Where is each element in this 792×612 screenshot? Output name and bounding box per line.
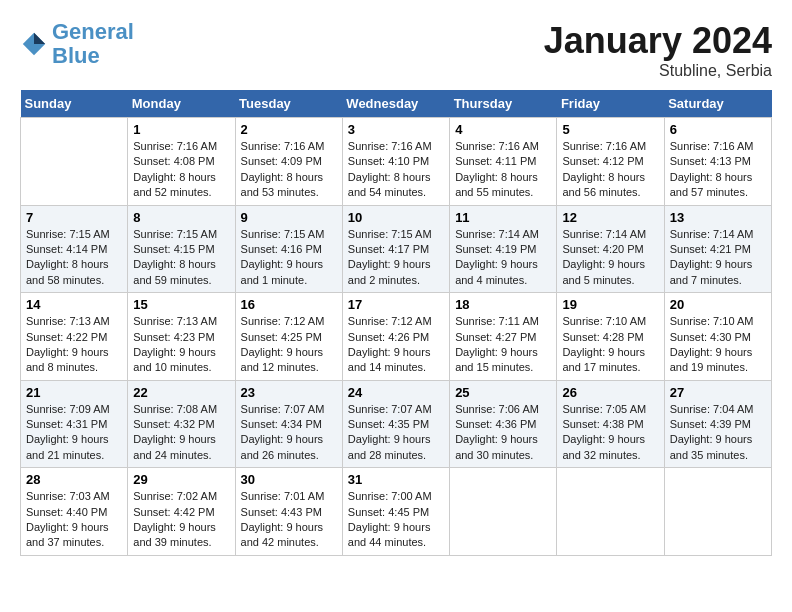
day-info: Sunrise: 7:07 AM Sunset: 4:34 PM Dayligh… (241, 402, 337, 464)
calendar-cell: 19Sunrise: 7:10 AM Sunset: 4:28 PM Dayli… (557, 293, 664, 381)
day-number: 11 (455, 210, 551, 225)
weekday-header-wednesday: Wednesday (342, 90, 449, 118)
day-info: Sunrise: 7:03 AM Sunset: 4:40 PM Dayligh… (26, 489, 122, 551)
day-info: Sunrise: 7:12 AM Sunset: 4:26 PM Dayligh… (348, 314, 444, 376)
day-number: 18 (455, 297, 551, 312)
day-info: Sunrise: 7:14 AM Sunset: 4:19 PM Dayligh… (455, 227, 551, 289)
page-header: General Blue January 2024 Stubline, Serb… (20, 20, 772, 80)
day-info: Sunrise: 7:12 AM Sunset: 4:25 PM Dayligh… (241, 314, 337, 376)
calendar-cell: 14Sunrise: 7:13 AM Sunset: 4:22 PM Dayli… (21, 293, 128, 381)
calendar-cell: 8Sunrise: 7:15 AM Sunset: 4:15 PM Daylig… (128, 205, 235, 293)
weekday-header-row: SundayMondayTuesdayWednesdayThursdayFrid… (21, 90, 772, 118)
svg-marker-1 (34, 33, 45, 44)
calendar-week-row: 21Sunrise: 7:09 AM Sunset: 4:31 PM Dayli… (21, 380, 772, 468)
calendar-cell: 27Sunrise: 7:04 AM Sunset: 4:39 PM Dayli… (664, 380, 771, 468)
calendar-cell: 28Sunrise: 7:03 AM Sunset: 4:40 PM Dayli… (21, 468, 128, 556)
calendar-cell: 9Sunrise: 7:15 AM Sunset: 4:16 PM Daylig… (235, 205, 342, 293)
day-number: 24 (348, 385, 444, 400)
month-title: January 2024 (544, 20, 772, 62)
day-info: Sunrise: 7:16 AM Sunset: 4:13 PM Dayligh… (670, 139, 766, 201)
calendar-cell: 22Sunrise: 7:08 AM Sunset: 4:32 PM Dayli… (128, 380, 235, 468)
day-info: Sunrise: 7:15 AM Sunset: 4:15 PM Dayligh… (133, 227, 229, 289)
title-block: January 2024 Stubline, Serbia (544, 20, 772, 80)
day-number: 27 (670, 385, 766, 400)
day-info: Sunrise: 7:10 AM Sunset: 4:30 PM Dayligh… (670, 314, 766, 376)
day-info: Sunrise: 7:05 AM Sunset: 4:38 PM Dayligh… (562, 402, 658, 464)
day-number: 25 (455, 385, 551, 400)
day-number: 2 (241, 122, 337, 137)
calendar-cell: 15Sunrise: 7:13 AM Sunset: 4:23 PM Dayli… (128, 293, 235, 381)
day-info: Sunrise: 7:16 AM Sunset: 4:09 PM Dayligh… (241, 139, 337, 201)
calendar-cell: 18Sunrise: 7:11 AM Sunset: 4:27 PM Dayli… (450, 293, 557, 381)
calendar-cell: 3Sunrise: 7:16 AM Sunset: 4:10 PM Daylig… (342, 118, 449, 206)
day-number: 12 (562, 210, 658, 225)
calendar-cell: 29Sunrise: 7:02 AM Sunset: 4:42 PM Dayli… (128, 468, 235, 556)
day-number: 22 (133, 385, 229, 400)
day-info: Sunrise: 7:10 AM Sunset: 4:28 PM Dayligh… (562, 314, 658, 376)
calendar-cell (664, 468, 771, 556)
calendar-cell (21, 118, 128, 206)
calendar-week-row: 1Sunrise: 7:16 AM Sunset: 4:08 PM Daylig… (21, 118, 772, 206)
day-number: 30 (241, 472, 337, 487)
calendar-cell: 10Sunrise: 7:15 AM Sunset: 4:17 PM Dayli… (342, 205, 449, 293)
day-number: 8 (133, 210, 229, 225)
calendar-cell: 23Sunrise: 7:07 AM Sunset: 4:34 PM Dayli… (235, 380, 342, 468)
weekday-header-friday: Friday (557, 90, 664, 118)
day-info: Sunrise: 7:09 AM Sunset: 4:31 PM Dayligh… (26, 402, 122, 464)
calendar-cell: 17Sunrise: 7:12 AM Sunset: 4:26 PM Dayli… (342, 293, 449, 381)
day-number: 10 (348, 210, 444, 225)
day-info: Sunrise: 7:07 AM Sunset: 4:35 PM Dayligh… (348, 402, 444, 464)
calendar-week-row: 14Sunrise: 7:13 AM Sunset: 4:22 PM Dayli… (21, 293, 772, 381)
calendar-cell: 21Sunrise: 7:09 AM Sunset: 4:31 PM Dayli… (21, 380, 128, 468)
day-info: Sunrise: 7:00 AM Sunset: 4:45 PM Dayligh… (348, 489, 444, 551)
day-info: Sunrise: 7:14 AM Sunset: 4:20 PM Dayligh… (562, 227, 658, 289)
day-info: Sunrise: 7:15 AM Sunset: 4:14 PM Dayligh… (26, 227, 122, 289)
day-number: 4 (455, 122, 551, 137)
calendar-cell: 13Sunrise: 7:14 AM Sunset: 4:21 PM Dayli… (664, 205, 771, 293)
day-info: Sunrise: 7:14 AM Sunset: 4:21 PM Dayligh… (670, 227, 766, 289)
day-info: Sunrise: 7:16 AM Sunset: 4:08 PM Dayligh… (133, 139, 229, 201)
day-number: 13 (670, 210, 766, 225)
day-number: 16 (241, 297, 337, 312)
day-number: 23 (241, 385, 337, 400)
calendar-week-row: 7Sunrise: 7:15 AM Sunset: 4:14 PM Daylig… (21, 205, 772, 293)
day-info: Sunrise: 7:11 AM Sunset: 4:27 PM Dayligh… (455, 314, 551, 376)
day-number: 5 (562, 122, 658, 137)
calendar-cell: 31Sunrise: 7:00 AM Sunset: 4:45 PM Dayli… (342, 468, 449, 556)
day-number: 3 (348, 122, 444, 137)
calendar-cell: 25Sunrise: 7:06 AM Sunset: 4:36 PM Dayli… (450, 380, 557, 468)
day-info: Sunrise: 7:15 AM Sunset: 4:17 PM Dayligh… (348, 227, 444, 289)
logo: General Blue (20, 20, 134, 68)
calendar-cell: 20Sunrise: 7:10 AM Sunset: 4:30 PM Dayli… (664, 293, 771, 381)
day-number: 1 (133, 122, 229, 137)
weekday-header-monday: Monday (128, 90, 235, 118)
day-number: 21 (26, 385, 122, 400)
calendar-cell: 6Sunrise: 7:16 AM Sunset: 4:13 PM Daylig… (664, 118, 771, 206)
calendar-cell: 30Sunrise: 7:01 AM Sunset: 4:43 PM Dayli… (235, 468, 342, 556)
weekday-header-thursday: Thursday (450, 90, 557, 118)
day-number: 6 (670, 122, 766, 137)
calendar-cell: 7Sunrise: 7:15 AM Sunset: 4:14 PM Daylig… (21, 205, 128, 293)
calendar-cell: 12Sunrise: 7:14 AM Sunset: 4:20 PM Dayli… (557, 205, 664, 293)
day-info: Sunrise: 7:13 AM Sunset: 4:22 PM Dayligh… (26, 314, 122, 376)
calendar-table: SundayMondayTuesdayWednesdayThursdayFrid… (20, 90, 772, 556)
day-number: 29 (133, 472, 229, 487)
location-subtitle: Stubline, Serbia (544, 62, 772, 80)
day-info: Sunrise: 7:01 AM Sunset: 4:43 PM Dayligh… (241, 489, 337, 551)
day-info: Sunrise: 7:16 AM Sunset: 4:10 PM Dayligh… (348, 139, 444, 201)
day-number: 28 (26, 472, 122, 487)
day-number: 20 (670, 297, 766, 312)
day-number: 26 (562, 385, 658, 400)
logo-text: General Blue (52, 20, 134, 68)
logo-icon (20, 30, 48, 58)
calendar-cell: 26Sunrise: 7:05 AM Sunset: 4:38 PM Dayli… (557, 380, 664, 468)
day-number: 7 (26, 210, 122, 225)
day-info: Sunrise: 7:06 AM Sunset: 4:36 PM Dayligh… (455, 402, 551, 464)
day-number: 17 (348, 297, 444, 312)
calendar-cell: 5Sunrise: 7:16 AM Sunset: 4:12 PM Daylig… (557, 118, 664, 206)
calendar-cell: 11Sunrise: 7:14 AM Sunset: 4:19 PM Dayli… (450, 205, 557, 293)
day-info: Sunrise: 7:08 AM Sunset: 4:32 PM Dayligh… (133, 402, 229, 464)
weekday-header-saturday: Saturday (664, 90, 771, 118)
day-info: Sunrise: 7:02 AM Sunset: 4:42 PM Dayligh… (133, 489, 229, 551)
day-number: 14 (26, 297, 122, 312)
